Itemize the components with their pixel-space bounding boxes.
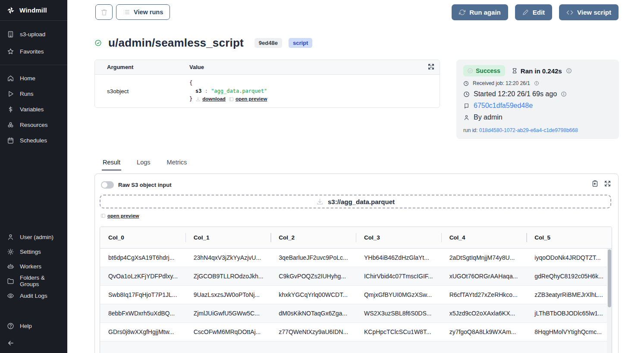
argument-row: s3object { s3 : "agg_data.parquet" } dow… [95, 75, 440, 107]
copy-result-icon[interactable] [591, 180, 599, 187]
run-id-link[interactable]: 018d4580-1072-ab29-e6a4-c1de9798b668 [479, 127, 578, 133]
table-cell: dM0sKikNOTaqGx6Zga... [270, 304, 356, 323]
sidebar-item-home[interactable]: Home [0, 70, 67, 86]
info-icon[interactable] [561, 91, 567, 97]
table-cell: CscOFwM6MRqDOttAj... [185, 323, 271, 341]
sidebar-item-audit-logs[interactable]: Audit Logs [0, 288, 67, 303]
table-cell [356, 341, 441, 353]
raw-s3-toggle-row: Raw S3 object input [101, 181, 172, 189]
run-again-button[interactable]: Run again [452, 4, 508, 20]
code-icon [566, 9, 573, 16]
view-script-button[interactable]: View script [559, 4, 619, 20]
table-cell: khxkYGCqYrlq00WCDT... [270, 286, 356, 304]
table-scrollbar-thumb[interactable] [608, 249, 611, 307]
panel-preview-icon [101, 213, 106, 218]
table-row: QvOa1oLzKFjYDFPdlxy...ZjGCOB9TLLROdzoJkh… [100, 267, 612, 286]
tab-metrics[interactable]: Metrics [166, 158, 188, 170]
result-panel: Raw S3 object input s3://agg_data.parque… [94, 173, 619, 353]
table-cell: z77QWeNtXzy9aU6IDN... [270, 323, 356, 341]
started-text: Started 12:20 26/1 69s ago [474, 90, 557, 98]
table-cell: C9kGvPOQZs2IUHyhg... [270, 267, 356, 286]
view-runs-label: View runs [134, 9, 163, 16]
sidebar-item-favorites[interactable]: Favorites [0, 43, 67, 60]
sidebar-collapse-button[interactable] [0, 336, 67, 353]
s3-file-link-label: s3://agg_data.parquet [328, 198, 395, 205]
tab-result[interactable]: Result [102, 158, 121, 170]
sidebar-item-help[interactable]: Help [0, 318, 67, 333]
table-cell: ZjmlJUiGwfU5GWw5C... [185, 304, 271, 323]
arguments-table-header: Argument Value [95, 60, 440, 75]
table-cell: 3qeBarlueJF2uvc9PoLc... [270, 249, 356, 267]
s3-file-download-box[interactable]: s3://agg_data.parquet [100, 195, 611, 208]
table-cell: 23hN4qxV3jZkYyAzjvU... [185, 249, 271, 267]
sidebar-item-label: Runs [20, 91, 34, 97]
toggle-knob [102, 182, 107, 188]
hourglass-icon [512, 68, 518, 74]
sidebar-item-user[interactable]: User (admin) [0, 230, 67, 244]
sidebar-item-label: Audit Logs [20, 293, 47, 299]
delete-run-button[interactable] [95, 4, 113, 20]
run-id-row: run id: 018d4580-1072-ab29-e6a4-c1de9798… [463, 127, 612, 133]
sidebar-item-label: Schedules [20, 137, 47, 144]
sidebar-item-label: Help [20, 323, 32, 329]
sidebar-item-runs[interactable]: Runs [0, 86, 67, 101]
download-icon [316, 198, 324, 205]
sidebar-item-settings[interactable]: Settings [0, 244, 67, 259]
list-icon [123, 9, 130, 16]
sidebar-item-label: Settings [20, 249, 41, 255]
table-cell: ZjGCOB9TLLROdzoJkh... [185, 267, 271, 286]
sidebar-item-label: Resources [20, 122, 48, 128]
windmill-logo-icon [6, 6, 15, 15]
sidebar-item-s3-upload[interactable]: s3-upload [0, 25, 67, 43]
check-circle-icon [467, 68, 473, 74]
table-cell: gdReQhyC8192c05H6k... [526, 267, 612, 286]
table-cell: 9UazLsxzsJW0oPToNj... [185, 286, 271, 304]
clock-icon [463, 81, 469, 86]
sidebar-item-schedules[interactable]: Schedules [0, 132, 67, 148]
trash-icon [101, 9, 108, 16]
table-cell: 8ebbFxWDxrh5uXdBQ... [100, 304, 185, 323]
refresh-icon [459, 9, 465, 16]
json-close-brace: } [189, 95, 192, 103]
expand-icon[interactable] [427, 63, 435, 70]
panel-preview-icon [229, 97, 234, 102]
expand-result-icon[interactable] [604, 180, 611, 187]
sidebar-item-variables[interactable]: Variables [0, 101, 67, 117]
download-link[interactable]: download [195, 95, 226, 103]
edit-label: Edit [533, 9, 545, 16]
folder-icon [7, 277, 14, 285]
sidebar-item-workers[interactable]: Workers [0, 259, 67, 274]
sidebar-item-label: Variables [20, 106, 44, 113]
open-preview-link[interactable]: open preview [229, 95, 267, 103]
worker-id-link[interactable]: 6750c1dfa59ed48e [474, 102, 533, 110]
open-preview-link[interactable]: open preview [101, 213, 139, 218]
info-icon[interactable] [566, 68, 572, 74]
table-row: GDrs0j8wXXgfHgjjMtw...CscOFwM6MRqDOttAj.… [100, 323, 612, 341]
view-runs-button[interactable]: View runs [116, 4, 170, 20]
info-icon[interactable] [534, 81, 539, 86]
table-header-row: Col_0Col_1Col_2Col_3Col_4Col_5 [100, 227, 612, 249]
pencil-icon [522, 9, 529, 16]
table-cell: zy7fgoQ8A8Lk9WXAm... [441, 323, 527, 341]
toolbar-left: View runs [95, 4, 170, 20]
page-header: u/admin/seamless_script 9ed48e script [94, 36, 312, 50]
table-cell [441, 341, 527, 353]
sidebar-logo[interactable]: Windmill [0, 0, 67, 21]
sidebar-item-resources[interactable]: Resources [0, 117, 67, 132]
building-icon [7, 31, 14, 38]
script-type-badge: script [289, 38, 312, 48]
table-row: Swb8Iq17FqHjoT7P1JL...9UazLsxzsJW0oPToNj… [100, 286, 612, 304]
received-job-text: Received job: 12:20 26/1 [473, 80, 530, 86]
json-open-brace: { [189, 79, 267, 87]
edit-button[interactable]: Edit [515, 4, 552, 20]
play-icon [7, 90, 14, 98]
calendar-icon [7, 137, 14, 144]
table-cell: WS2X3uzSBL8f6S0DS... [356, 304, 441, 323]
tab-logs[interactable]: Logs [136, 158, 151, 170]
argument-name: s3object [95, 75, 189, 107]
run-id-label: run id: [463, 127, 478, 133]
value-column-header: Value [189, 64, 204, 70]
raw-s3-toggle[interactable] [101, 181, 114, 189]
sidebar-item-label: Folders & Groups [20, 274, 60, 287]
sidebar-item-folders-groups[interactable]: Folders & Groups [0, 274, 67, 288]
